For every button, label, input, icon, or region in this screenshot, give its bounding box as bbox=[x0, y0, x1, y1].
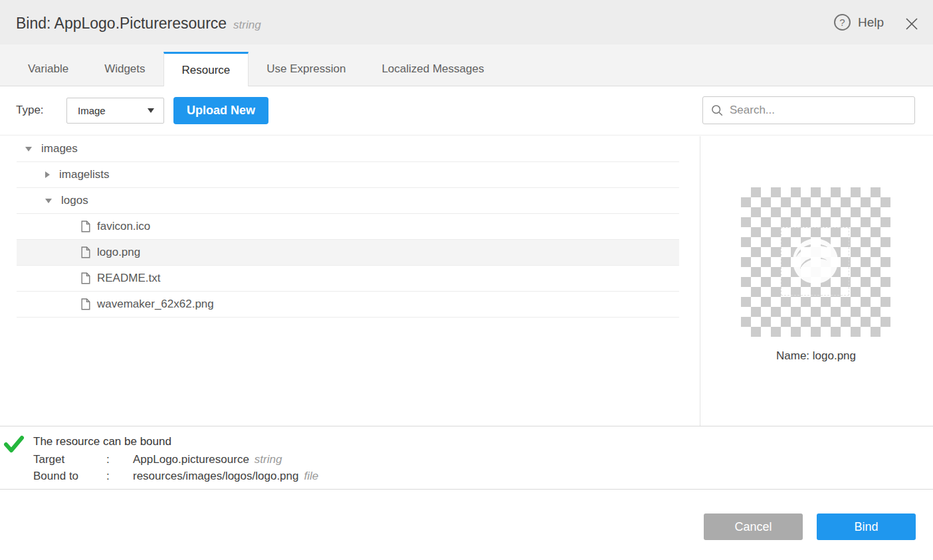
status-row-colon: : bbox=[106, 453, 133, 466]
help-label: Help bbox=[858, 15, 884, 30]
search-input[interactable] bbox=[730, 104, 906, 117]
status-row-label: Bound to bbox=[33, 470, 106, 483]
question-circle-icon[interactable]: ? bbox=[834, 14, 851, 31]
cancel-button[interactable]: Cancel bbox=[704, 513, 803, 540]
status-boundto-row: Bound to:resources/images/logos/logo.png… bbox=[33, 470, 318, 483]
tree-item-logos[interactable]: logos bbox=[17, 188, 679, 214]
tree-item-label: images bbox=[41, 142, 78, 155]
bind-button[interactable]: Bind bbox=[817, 513, 916, 540]
status-message: The resource can be bound bbox=[33, 435, 171, 448]
status-target-row: Target:AppLogo.picturesourcestring bbox=[33, 453, 282, 466]
preview-pane: Name: logo.png bbox=[700, 136, 933, 426]
status-row-value: AppLogo.picturesource bbox=[133, 453, 249, 466]
preview-file-name: Name: logo.png bbox=[700, 349, 932, 363]
search-icon bbox=[711, 104, 724, 117]
tree-item-images[interactable]: images bbox=[17, 136, 679, 162]
help-button[interactable]: ? Help bbox=[834, 14, 884, 31]
file-icon bbox=[81, 298, 90, 310]
tab-resource[interactable]: Resource bbox=[163, 52, 249, 86]
tree-item-wavemaker-png[interactable]: wavemaker_62x62.png bbox=[17, 292, 679, 318]
status-row-colon: : bbox=[106, 470, 133, 483]
status-row-hint: string bbox=[255, 453, 282, 466]
caret-down-icon[interactable] bbox=[45, 199, 52, 203]
tree-item-logo-png[interactable]: logo.png bbox=[17, 240, 679, 266]
caret-right-icon[interactable] bbox=[45, 171, 50, 178]
tree-item-label: favicon.ico bbox=[97, 220, 150, 233]
tree-item-label: logo.png bbox=[97, 246, 140, 259]
bind-dialog: Bind: AppLogo.Pictureresourcestring ? He… bbox=[0, 0, 933, 560]
close-icon[interactable] bbox=[905, 17, 918, 31]
file-icon bbox=[81, 272, 90, 284]
select-caret-icon bbox=[148, 108, 154, 113]
tree-item-label: logos bbox=[61, 194, 88, 207]
success-check-icon bbox=[3, 435, 25, 456]
tree-item-readme[interactable]: README.txt bbox=[17, 266, 679, 292]
file-icon bbox=[81, 246, 90, 258]
search-box bbox=[702, 96, 915, 124]
status-row-hint: file bbox=[304, 470, 318, 482]
tree-item-imagelists[interactable]: imagelists bbox=[17, 162, 679, 188]
image-preview bbox=[741, 187, 890, 337]
status-panel: The resource can be bound Target:AppLogo… bbox=[0, 426, 933, 490]
dialog-title-text: Bind: AppLogo.Pictureresource bbox=[16, 15, 227, 32]
type-select-value: Image bbox=[78, 105, 106, 116]
tab-bar: Variable Widgets Resource Use Expression… bbox=[0, 45, 933, 86]
status-row-value: resources/images/logos/logo.png bbox=[133, 470, 298, 482]
type-select[interactable]: Image bbox=[66, 98, 164, 124]
tab-widgets[interactable]: Widgets bbox=[86, 52, 163, 86]
file-icon bbox=[81, 221, 90, 233]
tab-variable[interactable]: Variable bbox=[10, 52, 86, 86]
tree-item-label: imagelists bbox=[59, 168, 110, 181]
dialog-title: Bind: AppLogo.Pictureresourcestring bbox=[16, 15, 261, 33]
dialog-header: Bind: AppLogo.Pictureresourcestring ? He… bbox=[0, 0, 933, 45]
tree-item-label: wavemaker_62x62.png bbox=[97, 298, 214, 311]
resource-tree: images imagelists logos favicon.ico logo… bbox=[0, 136, 700, 426]
upload-new-button[interactable]: Upload New bbox=[173, 97, 268, 124]
tab-use-expression[interactable]: Use Expression bbox=[249, 52, 363, 86]
status-row-label: Target bbox=[33, 453, 106, 466]
tree-item-favicon[interactable]: favicon.ico bbox=[17, 214, 679, 240]
caret-down-icon[interactable] bbox=[25, 147, 32, 151]
toolbar: Type: Image Upload New bbox=[0, 86, 933, 136]
content-area: images imagelists logos favicon.ico logo… bbox=[0, 136, 933, 426]
wavemaker-logo-image bbox=[789, 234, 842, 290]
type-label: Type: bbox=[16, 104, 44, 117]
tab-localized-messages[interactable]: Localized Messages bbox=[363, 52, 502, 86]
tree-item-label: README.txt bbox=[97, 272, 160, 285]
type-hint: string bbox=[233, 19, 261, 31]
